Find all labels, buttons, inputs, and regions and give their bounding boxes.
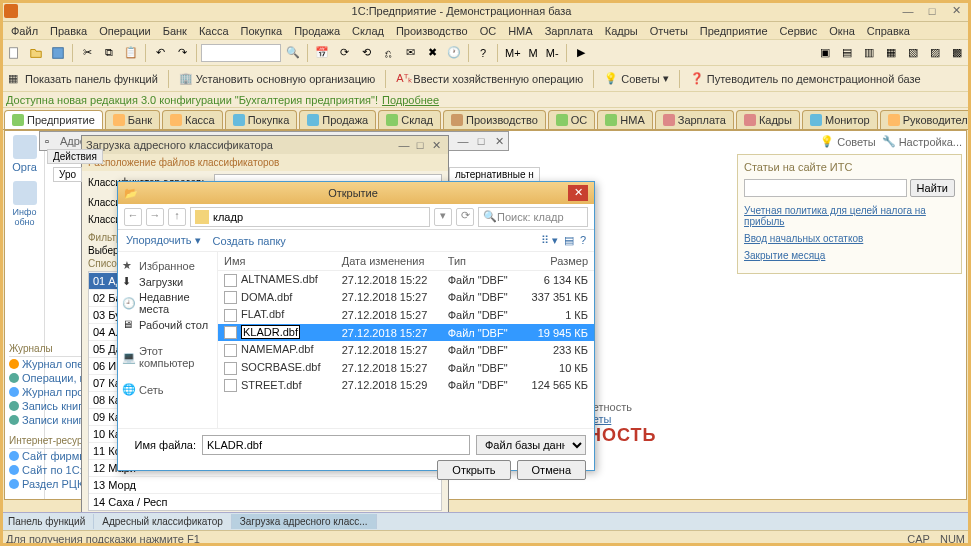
left-info[interactable]: Инфообно	[9, 181, 40, 227]
side-downloads[interactable]: ⬇Загрузки	[122, 275, 213, 288]
tab-hr[interactable]: Кадры	[736, 110, 800, 129]
new-folder-button[interactable]: Создать папку	[213, 235, 286, 247]
file-row[interactable]: SOCRBASE.dbf27.12.2018 15:27Файл "DBF"10…	[218, 359, 594, 377]
tb-redo-icon[interactable]: ↷	[172, 43, 192, 63]
side-favorites[interactable]: ★Избранное	[122, 259, 213, 272]
tb-find-icon[interactable]: 🔍	[283, 43, 303, 63]
nav-back-button[interactable]: ←	[124, 208, 142, 226]
tb-mail-icon[interactable]: ✉	[400, 43, 420, 63]
tab-prod[interactable]: Производство	[443, 110, 546, 129]
its-search-input[interactable]	[744, 179, 907, 197]
mdi-min[interactable]: —	[454, 135, 472, 148]
nav-dropdown-button[interactable]: ▾	[434, 208, 452, 226]
file-row[interactable]: DOMA.dbf27.12.2018 15:27Файл "DBF"337 35…	[218, 289, 594, 307]
menu-prod[interactable]: Производство	[391, 24, 473, 38]
menu-buy[interactable]: Покупка	[236, 24, 288, 38]
tab-mgr[interactable]: Руководителю	[880, 110, 971, 129]
tb-undo-icon[interactable]: ↶	[150, 43, 170, 63]
tb-r4-icon[interactable]: ▦	[881, 43, 901, 63]
task-classifier[interactable]: Адресный классификатор	[94, 514, 232, 529]
menu-os[interactable]: ОС	[475, 24, 502, 38]
inner-tab-actions[interactable]: Действия	[47, 149, 103, 164]
tb-r1-icon[interactable]: ▣	[815, 43, 835, 63]
tab-bank[interactable]: Банк	[105, 110, 160, 129]
menu-windows[interactable]: Окна	[824, 24, 860, 38]
tb2-org[interactable]: 🏢Установить основную организацию	[175, 70, 380, 88]
menu-sell[interactable]: Продажа	[289, 24, 345, 38]
loader-close[interactable]: ✕	[428, 139, 444, 152]
side-desktop[interactable]: 🖥Рабочий стол	[122, 318, 213, 331]
nav-refresh-button[interactable]: ⟳	[456, 208, 474, 226]
tab-stock[interactable]: Склад	[378, 110, 441, 129]
tab-buy[interactable]: Покупка	[225, 110, 298, 129]
nav-fwd-button[interactable]: →	[146, 208, 164, 226]
path-bar[interactable]: кладр	[190, 207, 430, 227]
tab-monitor[interactable]: Монитор	[802, 110, 878, 129]
file-row[interactable]: STREET.dbf27.12.2018 15:29Файл "DBF"124 …	[218, 377, 594, 395]
its-search-button[interactable]: Найти	[910, 179, 955, 197]
tb-icon-a[interactable]: ⟳	[334, 43, 354, 63]
menu-edit[interactable]: Правка	[45, 24, 92, 38]
col-type[interactable]: Тип	[442, 252, 520, 271]
menu-kassa[interactable]: Касса	[194, 24, 234, 38]
close-button[interactable]: ✕	[945, 3, 967, 19]
settings-button[interactable]: 🔧Настройка...	[882, 135, 962, 148]
its-link[interactable]: Закрытие месяца	[744, 250, 955, 261]
file-row[interactable]: ALTNAMES.dbf27.12.2018 15:22Файл "DBF"6 …	[218, 271, 594, 289]
tb-paste-icon[interactable]: 📋	[121, 43, 141, 63]
tab-kassa[interactable]: Касса	[162, 110, 223, 129]
tb-m-plus[interactable]: M+	[502, 47, 524, 59]
dialog-close-button[interactable]: ✕	[568, 185, 588, 201]
col-date[interactable]: Дата изменения	[336, 252, 442, 271]
tb-m[interactable]: M	[526, 47, 541, 59]
open-button[interactable]: Открыть	[437, 460, 510, 480]
inner-tab-uro[interactable]: Уро	[53, 167, 82, 182]
tb-m-minus[interactable]: M-	[543, 47, 562, 59]
cancel-button[interactable]: Отмена	[517, 460, 586, 480]
tab-enterprise[interactable]: Предприятие	[4, 110, 103, 129]
tb2-oper[interactable]: АᵀₖВвести хозяйственную операцию	[392, 70, 587, 88]
side-network[interactable]: 🌐Сеть	[122, 383, 213, 396]
toolbar-search-input[interactable]	[201, 44, 281, 62]
organize-button[interactable]: Упорядочить ▾	[126, 234, 201, 247]
menu-enterprise[interactable]: Предприятие	[695, 24, 773, 38]
col-size[interactable]: Размер	[520, 252, 594, 271]
tb-ref-icon[interactable]: 🕐	[444, 43, 464, 63]
side-pc[interactable]: 💻Этот компьютер	[122, 345, 213, 369]
col-name[interactable]: Имя	[218, 252, 336, 271]
menu-bank[interactable]: Банк	[158, 24, 192, 38]
filetype-select[interactable]: Файл базы данных(*.dbf)	[476, 435, 586, 455]
mdi-max[interactable]: □	[472, 135, 490, 148]
view-list-button[interactable]: ▤	[564, 234, 574, 247]
tb-r2-icon[interactable]: ▤	[837, 43, 857, 63]
mdi-close[interactable]: ✕	[490, 135, 508, 148]
task-panel[interactable]: Панель функций	[0, 514, 94, 529]
file-row[interactable]: NAMEMAP.dbf27.12.2018 15:27Файл "DBF"233…	[218, 341, 594, 359]
tb-copy-icon[interactable]: ⧉	[99, 43, 119, 63]
list-item[interactable]: 14 Саха / Респ	[89, 493, 441, 510]
menu-help[interactable]: Справка	[862, 24, 915, 38]
view-options-button[interactable]: ⠿ ▾	[541, 234, 558, 247]
tb-x-icon[interactable]: ✖	[422, 43, 442, 63]
menu-service[interactable]: Сервис	[775, 24, 823, 38]
loader-max[interactable]: □	[412, 139, 428, 151]
tab-sell[interactable]: Продажа	[299, 110, 376, 129]
tb-calc-icon[interactable]: 📅	[312, 43, 332, 63]
tb-icon-b[interactable]: ⟲	[356, 43, 376, 63]
tb-open-icon[interactable]	[26, 43, 46, 63]
menu-reports[interactable]: Отчеты	[645, 24, 693, 38]
file-row[interactable]: KLADR.dbf27.12.2018 15:27Файл "DBF"19 94…	[218, 324, 594, 342]
tb-r6-icon[interactable]: ▨	[925, 43, 945, 63]
tb-green-icon[interactable]: ▶	[571, 43, 591, 63]
tb2-tips[interactable]: 💡Советы▾	[600, 70, 672, 88]
side-recent[interactable]: 🕘Недавние места	[122, 291, 213, 315]
tb-r5-icon[interactable]: ▧	[903, 43, 923, 63]
tb-help-icon[interactable]: ?	[473, 43, 493, 63]
file-row[interactable]: FLAT.dbf27.12.2018 15:27Файл "DBF"1 КБ	[218, 306, 594, 324]
tips-button[interactable]: 💡Советы	[820, 135, 875, 148]
tab-os[interactable]: ОС	[548, 110, 596, 129]
dialog-help-icon[interactable]: ?	[580, 234, 586, 247]
notice-link[interactable]: Подробнее	[382, 94, 439, 106]
menu-nma[interactable]: НМА	[503, 24, 537, 38]
menu-stock[interactable]: Склад	[347, 24, 389, 38]
